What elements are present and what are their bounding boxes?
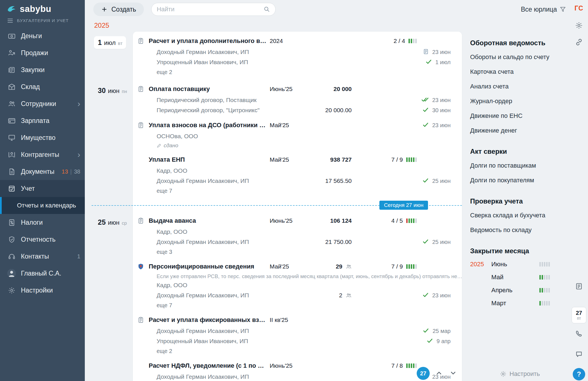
scroll-down-button[interactable] [448, 368, 458, 379]
sidebar-item-настройки[interactable]: Настройки [0, 282, 85, 299]
task-title: Расчет и уплата дополнительного в… [149, 37, 270, 45]
sidebar-item-имущество[interactable]: Имущество [0, 129, 85, 146]
rp-item[interactable]: Движение по ЕНС [470, 109, 570, 123]
link-icon[interactable] [575, 38, 583, 47]
task-header[interactable]: Персонифицированные сведенияМай'25297 / … [133, 261, 462, 272]
task-header[interactable]: Уплата взносов на ДСО (работники …Май'25… [133, 119, 462, 131]
rp-section-header[interactable]: Закрытие месяца [470, 247, 570, 255]
settings-icon[interactable] [575, 21, 583, 31]
task-subrow[interactable]: ОСНОва, ООО [133, 131, 462, 141]
task-subrow[interactable]: Доходный Герман Исаакович, ИП17 565.5025… [133, 176, 462, 186]
more-link[interactable]: еще 3 [157, 247, 462, 257]
sidebar-item-склад[interactable]: Склад [0, 78, 85, 95]
sidebar-item-деньги[interactable]: Деньги [0, 27, 85, 44]
sidebar-item-контрагенты[interactable]: Контрагенты› [0, 146, 85, 163]
task-subrow[interactable]: Доходный Герман Исаакович, ИП223 июн [133, 290, 462, 300]
sidebar-item-reports-calendar[interactable]: Отчеты и календарь [0, 197, 85, 214]
task-subrow[interactable]: Доходный Герман Исаакович, ИП21 750.0025… [133, 237, 462, 247]
sidebar-item-отчетность[interactable]: Отчетность [0, 231, 85, 248]
rp-item[interactable]: Движение денег [470, 123, 570, 138]
task-progress: 4 / 5 [352, 217, 417, 224]
user-avatar [7, 269, 16, 278]
status-check-icon [422, 107, 429, 114]
more-link[interactable]: еще 2 [157, 67, 462, 77]
product-switcher[interactable]: БУХГАЛТЕРИЯ И УЧЕТ [0, 15, 85, 27]
task-subrow[interactable]: Кадр, ООО [133, 227, 462, 237]
rp-item[interactable]: Сверка склада и бухучета [470, 208, 570, 223]
rp-item[interactable]: Долги по покупателям [470, 173, 570, 188]
rp-item[interactable]: Карточка счета [470, 64, 570, 79]
date-label[interactable]: 30июнпн [94, 84, 130, 97]
subrow-name: Периодический договор, Поставщик [149, 97, 270, 103]
task-header[interactable]: Расчет и уплата дополнительного в…20242 … [133, 35, 462, 47]
more-link[interactable]: еще 7 [157, 186, 462, 196]
calendar-widget[interactable]: 27 пт [572, 307, 586, 323]
subrow-name: Упрощенный Иван Иванович, ИП [149, 59, 270, 66]
taxes-icon [7, 218, 16, 227]
chat-icon[interactable] [575, 350, 583, 359]
sidebar-item-закупки[interactable]: Закупки [0, 61, 85, 78]
task-subrow[interactable]: Упрощенный Иван Иванович, ИП1 июл [133, 57, 462, 67]
task-header[interactable]: Расчет и уплата фиксированных вз…II кв'2… [133, 314, 462, 326]
closing-month-row[interactable]: Май [470, 271, 570, 284]
sidebar-item-зарплата[interactable]: Зарплата [0, 112, 85, 129]
subrow-name: Доходный Герман Исаакович, ИП [149, 49, 270, 55]
sidebar-item-label: Отчетность [21, 236, 80, 243]
task-header[interactable]: Уплата ЕНПМай'25938 7277 / 9 [133, 154, 462, 166]
closing-month-row[interactable]: 2025Июнь [470, 258, 570, 271]
rp-item[interactable]: Журнал-ордер [470, 94, 570, 109]
document-icon [137, 122, 144, 129]
rp-item[interactable]: Обороты и сальдо по счету [470, 50, 570, 64]
task-progress: 7 / 8 [352, 362, 417, 369]
phone-icon[interactable] [575, 330, 583, 339]
task-header[interactable]: Расчет НДФЛ, уведомление (с 1 по …Июнь'2… [133, 360, 462, 372]
more-link[interactable]: еще 7 [157, 300, 462, 310]
sidebar-item-налоги[interactable]: Налоги [0, 214, 85, 231]
rp-item[interactable]: Долги по поставщикам [470, 158, 570, 173]
scroll-up-button[interactable] [434, 368, 444, 379]
task-subrow[interactable]: Периодический договор, "Цитроникс"20 000… [133, 105, 462, 115]
date-label[interactable]: 25июнср [94, 216, 130, 229]
rp-section-header[interactable]: Оборотная ведомость [470, 39, 570, 47]
status-check-icon [422, 238, 429, 246]
search-icon[interactable] [263, 6, 270, 13]
closing-month-row[interactable]: Март [470, 297, 570, 310]
task-header[interactable]: Оплата поставщикуИюнь'2520 000 [133, 83, 462, 95]
org-filter[interactable]: Все юрлица [521, 6, 566, 13]
task-subrow[interactable]: Кадр, ООО [133, 166, 462, 176]
rp-item[interactable]: Анализ счета [470, 79, 570, 94]
sidebar-item-документы[interactable]: Документы13|38 [0, 163, 85, 180]
pager-current-day[interactable]: 27 [417, 367, 430, 380]
task-subrow[interactable]: Доходный Герман Исаакович, ИП23 июн [133, 372, 462, 381]
sidebar-item-контакты[interactable]: Контакты1 [0, 248, 85, 265]
year-label[interactable]: 2025 [94, 21, 109, 29]
logo-bird-icon [7, 5, 16, 13]
date-label[interactable]: 1июлвт [94, 36, 126, 49]
task-subrow[interactable]: Доходный Герман Исаакович, ИП23 июн [133, 47, 462, 57]
rp-section-header[interactable]: Проверка учета [470, 197, 570, 205]
sidebar-item-сотрудники[interactable]: Сотрудники› [0, 95, 85, 112]
notes-icon[interactable] [575, 283, 583, 291]
task-subrow[interactable]: Упрощенный Иван Иванович, ИП9 апр [133, 336, 462, 346]
user-initials-avatar[interactable]: ГС [574, 5, 583, 12]
rp-section-header[interactable]: Акт сверки [470, 148, 570, 155]
sidebar-item-label: Главный С.А. [21, 270, 80, 277]
closing-month-row[interactable]: Апрель [470, 284, 570, 297]
help-button[interactable]: ? [573, 368, 585, 380]
task-subrow[interactable]: Доходный Герман Исаакович, ИП25 мар [133, 326, 462, 336]
rp-item[interactable]: Ведомость по складу [470, 223, 570, 237]
task-subrow[interactable]: Периодический договор, Поставщик23 июн [133, 95, 462, 105]
status-date: 25 мар [433, 328, 451, 334]
configure-button[interactable]: Настроить [470, 370, 570, 378]
create-button[interactable]: Создать [93, 3, 144, 16]
search-input[interactable] [157, 6, 263, 13]
progress-bars [539, 275, 550, 280]
task-subrow[interactable]: Кадр, ООО [133, 280, 462, 290]
sidebar-item-продажи[interactable]: Продажи [0, 44, 85, 61]
sidebar-item-учет[interactable]: Учет [0, 180, 85, 197]
logo[interactable]: sabybu [0, 0, 85, 15]
more-link[interactable]: еще 2 [157, 346, 462, 356]
task-period: Июнь'25 [270, 217, 306, 224]
task-header[interactable]: Выдача авансаИюнь'25106 1244 / 5 [133, 215, 462, 227]
sidebar-item-главный-с-а-[interactable]: Главный С.А. [0, 265, 85, 282]
